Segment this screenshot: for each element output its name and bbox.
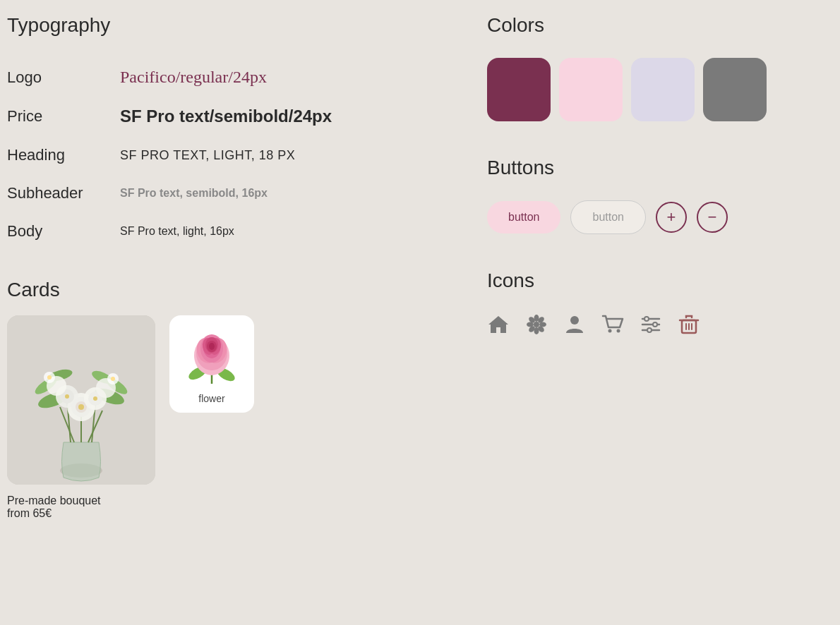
svg-point-59 <box>653 322 657 327</box>
type-sample-heading: SF PRO TEXT, LIGHT, 18 PX <box>120 136 445 174</box>
type-row-subheader: Subheader SF Pro text, semibold, 16px <box>7 174 445 212</box>
svg-point-24 <box>93 396 97 401</box>
type-row-logo: Logo Pacifico/regular/24px <box>7 58 445 97</box>
flower-label: flower <box>198 393 224 404</box>
card-bouquet[interactable]: Pre-made bouquet from 65€ <box>7 315 155 520</box>
svg-point-23 <box>65 394 69 399</box>
cards-title: Cards <box>7 279 445 301</box>
cards-section: Cards <box>7 279 445 520</box>
type-label-logo: Logo <box>7 58 120 97</box>
type-row-price: Price SF Pro text/semibold/24px <box>7 97 445 136</box>
svg-point-42 <box>209 343 215 350</box>
flower-icon[interactable] <box>525 313 548 341</box>
cards-row: Pre-made bouquet from 65€ <box>7 315 445 520</box>
add-button[interactable]: + <box>656 202 687 233</box>
card-caption: Pre-made bouquet from 65€ <box>7 494 155 520</box>
person-icon[interactable] <box>563 313 586 341</box>
svg-point-43 <box>534 322 539 327</box>
svg-point-54 <box>617 329 620 333</box>
bouquet-price: from 65€ <box>7 507 155 520</box>
svg-point-53 <box>608 329 612 333</box>
type-label-price: Price <box>7 97 120 136</box>
colors-row <box>487 58 798 121</box>
buttons-section: Buttons button button + − <box>487 157 798 234</box>
colors-section: Colors <box>487 14 798 121</box>
type-sample-logo: Pacifico/regular/24px <box>120 58 445 97</box>
type-row-body: Body SF Pro text, light, 16px <box>7 212 445 250</box>
color-swatch-lavender[interactable] <box>631 58 695 121</box>
trash-icon[interactable] <box>678 313 700 341</box>
icons-title: Icons <box>487 269 798 292</box>
svg-point-22 <box>78 404 84 410</box>
type-label-heading: Heading <box>7 136 120 174</box>
svg-point-52 <box>570 316 579 324</box>
filter-icon[interactable] <box>640 313 662 341</box>
remove-button[interactable]: − <box>697 202 728 233</box>
icons-row <box>487 313 798 341</box>
svg-point-58 <box>644 317 649 321</box>
buttons-row: button button + − <box>487 200 798 234</box>
type-sample-body: SF Pro text, light, 16px <box>120 212 445 250</box>
icons-section: Icons <box>487 269 798 341</box>
flower-image <box>180 324 244 387</box>
svg-point-60 <box>647 328 652 332</box>
cart-icon[interactable] <box>601 313 624 341</box>
color-swatch-gray[interactable] <box>703 58 767 121</box>
color-swatch-pink[interactable] <box>559 58 623 121</box>
svg-point-26 <box>47 375 52 380</box>
type-row-heading: Heading SF PRO TEXT, LIGHT, 18 PX <box>7 136 445 174</box>
outline-button[interactable]: button <box>570 200 645 234</box>
home-icon[interactable] <box>487 313 510 341</box>
type-label-body: Body <box>7 212 120 250</box>
typography-table: Logo Pacifico/regular/24px Price SF Pro … <box>7 58 445 250</box>
type-label-subheader: Subheader <box>7 174 120 212</box>
filled-button[interactable]: button <box>487 201 560 233</box>
colors-title: Colors <box>487 14 798 37</box>
svg-point-28 <box>111 377 115 381</box>
color-swatch-burgundy[interactable] <box>487 58 551 121</box>
card-flower[interactable]: flower <box>169 315 254 413</box>
buttons-title: Buttons <box>487 157 798 179</box>
typography-title: Typography <box>7 14 445 37</box>
bouquet-title: Pre-made bouquet <box>7 494 155 507</box>
type-sample-subheader: SF Pro text, semibold, 16px <box>120 174 445 212</box>
type-sample-price: SF Pro text/semibold/24px <box>120 97 445 136</box>
card-photo <box>7 315 155 485</box>
